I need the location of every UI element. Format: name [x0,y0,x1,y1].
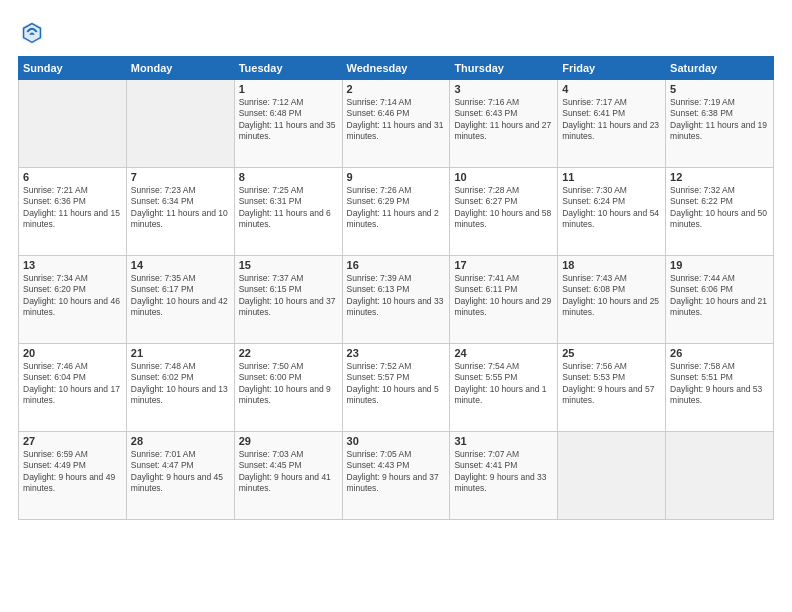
calendar-cell: 2Sunrise: 7:14 AMSunset: 6:46 PMDaylight… [342,80,450,168]
day-info: Sunrise: 7:34 AMSunset: 6:20 PMDaylight:… [23,273,122,319]
day-info: Sunrise: 7:26 AMSunset: 6:29 PMDaylight:… [347,185,446,231]
calendar-cell: 10Sunrise: 7:28 AMSunset: 6:27 PMDayligh… [450,168,558,256]
day-number: 27 [23,435,122,447]
header-row: Sunday Monday Tuesday Wednesday Thursday… [19,57,774,80]
day-info: Sunrise: 7:03 AMSunset: 4:45 PMDaylight:… [239,449,338,495]
header [18,18,774,46]
day-number: 4 [562,83,661,95]
day-info: Sunrise: 7:19 AMSunset: 6:38 PMDaylight:… [670,97,769,143]
day-info: Sunrise: 6:59 AMSunset: 4:49 PMDaylight:… [23,449,122,495]
day-number: 15 [239,259,338,271]
header-saturday: Saturday [666,57,774,80]
day-info: Sunrise: 7:52 AMSunset: 5:57 PMDaylight:… [347,361,446,407]
calendar-cell: 1Sunrise: 7:12 AMSunset: 6:48 PMDaylight… [234,80,342,168]
header-thursday: Thursday [450,57,558,80]
day-info: Sunrise: 7:48 AMSunset: 6:02 PMDaylight:… [131,361,230,407]
header-tuesday: Tuesday [234,57,342,80]
day-number: 2 [347,83,446,95]
day-number: 14 [131,259,230,271]
header-sunday: Sunday [19,57,127,80]
day-number: 7 [131,171,230,183]
calendar-cell: 26Sunrise: 7:58 AMSunset: 5:51 PMDayligh… [666,344,774,432]
calendar-cell: 21Sunrise: 7:48 AMSunset: 6:02 PMDayligh… [126,344,234,432]
day-number: 18 [562,259,661,271]
day-number: 28 [131,435,230,447]
calendar-cell: 5Sunrise: 7:19 AMSunset: 6:38 PMDaylight… [666,80,774,168]
calendar-body: 1Sunrise: 7:12 AMSunset: 6:48 PMDaylight… [19,80,774,520]
day-info: Sunrise: 7:25 AMSunset: 6:31 PMDaylight:… [239,185,338,231]
calendar-cell: 23Sunrise: 7:52 AMSunset: 5:57 PMDayligh… [342,344,450,432]
day-number: 8 [239,171,338,183]
calendar-cell: 7Sunrise: 7:23 AMSunset: 6:34 PMDaylight… [126,168,234,256]
header-wednesday: Wednesday [342,57,450,80]
logo [18,18,50,46]
day-number: 10 [454,171,553,183]
calendar-cell: 28Sunrise: 7:01 AMSunset: 4:47 PMDayligh… [126,432,234,520]
day-number: 9 [347,171,446,183]
calendar-cell: 22Sunrise: 7:50 AMSunset: 6:00 PMDayligh… [234,344,342,432]
calendar-cell: 30Sunrise: 7:05 AMSunset: 4:43 PMDayligh… [342,432,450,520]
calendar-week-1: 1Sunrise: 7:12 AMSunset: 6:48 PMDaylight… [19,80,774,168]
day-number: 12 [670,171,769,183]
calendar-cell: 15Sunrise: 7:37 AMSunset: 6:15 PMDayligh… [234,256,342,344]
calendar-cell: 3Sunrise: 7:16 AMSunset: 6:43 PMDaylight… [450,80,558,168]
day-info: Sunrise: 7:44 AMSunset: 6:06 PMDaylight:… [670,273,769,319]
calendar-week-3: 13Sunrise: 7:34 AMSunset: 6:20 PMDayligh… [19,256,774,344]
calendar-cell [19,80,127,168]
calendar-week-2: 6Sunrise: 7:21 AMSunset: 6:36 PMDaylight… [19,168,774,256]
day-number: 6 [23,171,122,183]
day-number: 29 [239,435,338,447]
calendar-cell: 24Sunrise: 7:54 AMSunset: 5:55 PMDayligh… [450,344,558,432]
day-info: Sunrise: 7:41 AMSunset: 6:11 PMDaylight:… [454,273,553,319]
day-number: 17 [454,259,553,271]
day-number: 11 [562,171,661,183]
calendar-table: Sunday Monday Tuesday Wednesday Thursday… [18,56,774,520]
day-number: 31 [454,435,553,447]
day-number: 30 [347,435,446,447]
calendar-header: Sunday Monday Tuesday Wednesday Thursday… [19,57,774,80]
day-number: 24 [454,347,553,359]
calendar-cell: 17Sunrise: 7:41 AMSunset: 6:11 PMDayligh… [450,256,558,344]
day-info: Sunrise: 7:46 AMSunset: 6:04 PMDaylight:… [23,361,122,407]
calendar-cell: 20Sunrise: 7:46 AMSunset: 6:04 PMDayligh… [19,344,127,432]
page: Sunday Monday Tuesday Wednesday Thursday… [0,0,792,530]
day-info: Sunrise: 7:35 AMSunset: 6:17 PMDaylight:… [131,273,230,319]
day-info: Sunrise: 7:21 AMSunset: 6:36 PMDaylight:… [23,185,122,231]
day-info: Sunrise: 7:07 AMSunset: 4:41 PMDaylight:… [454,449,553,495]
header-friday: Friday [558,57,666,80]
calendar-cell: 9Sunrise: 7:26 AMSunset: 6:29 PMDaylight… [342,168,450,256]
day-info: Sunrise: 7:28 AMSunset: 6:27 PMDaylight:… [454,185,553,231]
calendar-cell: 13Sunrise: 7:34 AMSunset: 6:20 PMDayligh… [19,256,127,344]
day-info: Sunrise: 7:39 AMSunset: 6:13 PMDaylight:… [347,273,446,319]
calendar-cell: 31Sunrise: 7:07 AMSunset: 4:41 PMDayligh… [450,432,558,520]
calendar-cell: 14Sunrise: 7:35 AMSunset: 6:17 PMDayligh… [126,256,234,344]
day-info: Sunrise: 7:05 AMSunset: 4:43 PMDaylight:… [347,449,446,495]
calendar-week-5: 27Sunrise: 6:59 AMSunset: 4:49 PMDayligh… [19,432,774,520]
day-number: 1 [239,83,338,95]
day-info: Sunrise: 7:54 AMSunset: 5:55 PMDaylight:… [454,361,553,407]
calendar-cell: 29Sunrise: 7:03 AMSunset: 4:45 PMDayligh… [234,432,342,520]
day-number: 21 [131,347,230,359]
day-info: Sunrise: 7:16 AMSunset: 6:43 PMDaylight:… [454,97,553,143]
day-number: 5 [670,83,769,95]
day-info: Sunrise: 7:32 AMSunset: 6:22 PMDaylight:… [670,185,769,231]
day-info: Sunrise: 7:37 AMSunset: 6:15 PMDaylight:… [239,273,338,319]
day-info: Sunrise: 7:50 AMSunset: 6:00 PMDaylight:… [239,361,338,407]
day-number: 20 [23,347,122,359]
day-info: Sunrise: 7:30 AMSunset: 6:24 PMDaylight:… [562,185,661,231]
day-number: 19 [670,259,769,271]
day-number: 23 [347,347,446,359]
day-number: 26 [670,347,769,359]
calendar-cell: 11Sunrise: 7:30 AMSunset: 6:24 PMDayligh… [558,168,666,256]
day-number: 3 [454,83,553,95]
calendar-cell: 18Sunrise: 7:43 AMSunset: 6:08 PMDayligh… [558,256,666,344]
calendar-cell: 25Sunrise: 7:56 AMSunset: 5:53 PMDayligh… [558,344,666,432]
day-info: Sunrise: 7:12 AMSunset: 6:48 PMDaylight:… [239,97,338,143]
day-number: 13 [23,259,122,271]
calendar-cell: 6Sunrise: 7:21 AMSunset: 6:36 PMDaylight… [19,168,127,256]
header-monday: Monday [126,57,234,80]
calendar-cell: 4Sunrise: 7:17 AMSunset: 6:41 PMDaylight… [558,80,666,168]
calendar-cell: 12Sunrise: 7:32 AMSunset: 6:22 PMDayligh… [666,168,774,256]
day-info: Sunrise: 7:23 AMSunset: 6:34 PMDaylight:… [131,185,230,231]
calendar-cell: 8Sunrise: 7:25 AMSunset: 6:31 PMDaylight… [234,168,342,256]
